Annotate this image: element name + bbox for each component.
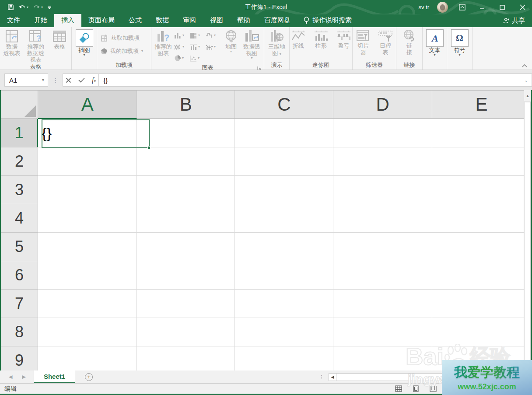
slicer-button[interactable]: 切片器 xyxy=(354,28,373,56)
cell-d6[interactable] xyxy=(333,261,432,290)
cell-d2[interactable] xyxy=(333,147,432,176)
maximize-button[interactable] xyxy=(496,2,508,13)
cell-b5[interactable] xyxy=(137,233,235,261)
row-header-2[interactable]: 2 xyxy=(1,147,38,176)
illustrations-button[interactable]: 插图 ▾ xyxy=(74,28,95,57)
hierarchy-chart-button[interactable]: ▾ xyxy=(190,30,206,41)
bar-chart-button[interactable]: ▾ xyxy=(190,41,206,52)
cell-d8[interactable] xyxy=(333,318,432,346)
cell-d1[interactable] xyxy=(333,119,432,147)
text-button[interactable]: A 文本 ▾ xyxy=(424,28,446,57)
tab-home[interactable]: 开始 xyxy=(27,14,54,27)
row-header-9[interactable]: 9 xyxy=(1,346,38,372)
cell-a8[interactable] xyxy=(38,318,137,346)
cell-c2[interactable] xyxy=(235,147,333,176)
maps-button[interactable]: 地图 ▾ xyxy=(221,28,241,53)
share-button[interactable]: 共享 xyxy=(503,17,525,25)
sparkline-column-button[interactable]: 柱形 xyxy=(312,28,330,49)
user-name[interactable]: sv tr xyxy=(418,4,429,10)
cell-b9[interactable] xyxy=(137,346,235,372)
tell-me-search[interactable]: 操作说明搜索 xyxy=(304,16,352,27)
cell-b7[interactable] xyxy=(137,290,235,318)
symbols-button[interactable]: Ω 符号 ▾ xyxy=(449,28,471,57)
name-box[interactable]: A1 ▼ xyxy=(4,73,48,87)
collapse-ribbon-icon[interactable] xyxy=(522,64,528,68)
column-chart-button[interactable]: ▾ xyxy=(174,30,190,41)
cell-c7[interactable] xyxy=(235,290,333,318)
cell-c4[interactable] xyxy=(235,204,333,233)
tab-view[interactable]: 视图 xyxy=(203,14,230,27)
recommended-pivottables-button[interactable]: ? 推荐的数据透视表 xyxy=(23,28,49,63)
row-header-5[interactable]: 5 xyxy=(1,233,38,261)
cell-a5[interactable] xyxy=(38,233,137,261)
cell-e1[interactable] xyxy=(432,119,531,147)
cell-e4[interactable] xyxy=(432,204,531,233)
cell-a3[interactable] xyxy=(38,176,137,204)
cell-e5[interactable] xyxy=(432,233,531,261)
column-header-b[interactable]: B xyxy=(137,91,235,119)
new-sheet-button[interactable]: + xyxy=(85,371,93,383)
cell-b1[interactable] xyxy=(137,119,235,147)
cell-b6[interactable] xyxy=(137,261,235,290)
combo-chart-button[interactable]: ▾ xyxy=(206,41,221,52)
vertical-scrollbar[interactable]: ▲ xyxy=(524,90,531,372)
close-button[interactable] xyxy=(516,2,528,13)
row-header-4[interactable]: 4 xyxy=(1,204,38,233)
link-button[interactable]: 链接 xyxy=(400,28,419,56)
formula-input[interactable]: {} ⌄ xyxy=(99,73,532,87)
cell-d9[interactable] xyxy=(333,346,432,372)
row-header-3[interactable]: 3 xyxy=(1,176,38,204)
cell-e2[interactable] xyxy=(432,147,531,176)
normal-view-icon[interactable] xyxy=(395,385,402,392)
pivottable-button[interactable]: 数据透视表 xyxy=(1,28,23,56)
row-header-1[interactable]: 1 xyxy=(1,119,38,147)
tab-help[interactable]: 帮助 xyxy=(230,14,257,27)
cell-b2[interactable] xyxy=(137,147,235,176)
tab-page-layout[interactable]: 页面布局 xyxy=(81,14,122,27)
cell-e7[interactable] xyxy=(432,290,531,318)
column-header-e[interactable]: E xyxy=(432,91,531,119)
cell-a6[interactable] xyxy=(38,261,137,290)
ribbon-display-options-icon[interactable] xyxy=(456,2,468,13)
cell-d3[interactable] xyxy=(333,176,432,204)
sheet-tab-sheet1[interactable]: Sheet1 xyxy=(34,371,75,383)
cell-c8[interactable] xyxy=(235,318,333,346)
cell-a9[interactable] xyxy=(38,346,137,372)
tab-baidu-netdisk[interactable]: 百度网盘 xyxy=(257,14,298,27)
sparkline-line-button[interactable]: 折线 xyxy=(289,28,308,49)
tab-insert[interactable]: 插入 xyxy=(54,14,81,27)
timeline-button[interactable]: 日程表 xyxy=(376,28,396,56)
cell-d7[interactable] xyxy=(333,290,432,318)
pivotchart-button[interactable]: 数据透视图 ▾ xyxy=(241,28,263,60)
enter-icon[interactable] xyxy=(78,77,85,83)
formula-bar-expand-icon[interactable]: ⌄ xyxy=(525,78,528,83)
cell-c5[interactable] xyxy=(235,233,333,261)
tab-formulas[interactable]: 公式 xyxy=(122,14,149,27)
horizontal-scroll-thumb[interactable] xyxy=(336,373,444,381)
column-header-d[interactable]: D xyxy=(333,91,432,119)
my-addins-button[interactable]: 我的加载项 ▾ xyxy=(98,45,146,58)
sheet-nav-left-icon[interactable]: ◀ xyxy=(9,374,12,380)
formula-bar-divider[interactable]: ⋮ xyxy=(52,77,58,84)
sheet-nav-right-icon[interactable]: ▶ xyxy=(22,374,25,380)
cell-e8[interactable] xyxy=(432,318,531,346)
tab-review[interactable]: 审阅 xyxy=(176,14,203,27)
cell-d5[interactable] xyxy=(333,233,432,261)
row-header-7[interactable]: 7 xyxy=(1,290,38,318)
scrollbar-resize-handle[interactable]: ⋮ xyxy=(319,374,324,380)
cell-e6[interactable] xyxy=(432,261,531,290)
table-button[interactable]: 表格 xyxy=(49,28,70,50)
tab-data[interactable]: 数据 xyxy=(149,14,176,27)
cell-a1[interactable]: {} xyxy=(38,119,137,147)
column-header-a[interactable]: A xyxy=(38,91,137,119)
cell-a2[interactable] xyxy=(38,147,137,176)
redo-icon[interactable]: ▾ xyxy=(32,3,44,11)
cell-c6[interactable] xyxy=(235,261,333,290)
horizontal-scrollbar[interactable]: ⋮ ◀ xyxy=(319,371,444,384)
save-icon[interactable] xyxy=(6,3,15,11)
cell-b4[interactable] xyxy=(137,204,235,233)
row-header-6[interactable]: 6 xyxy=(1,261,38,290)
user-avatar[interactable] xyxy=(437,2,448,13)
cell-c1[interactable] xyxy=(235,119,333,147)
name-box-caret-icon[interactable]: ▼ xyxy=(41,78,45,82)
